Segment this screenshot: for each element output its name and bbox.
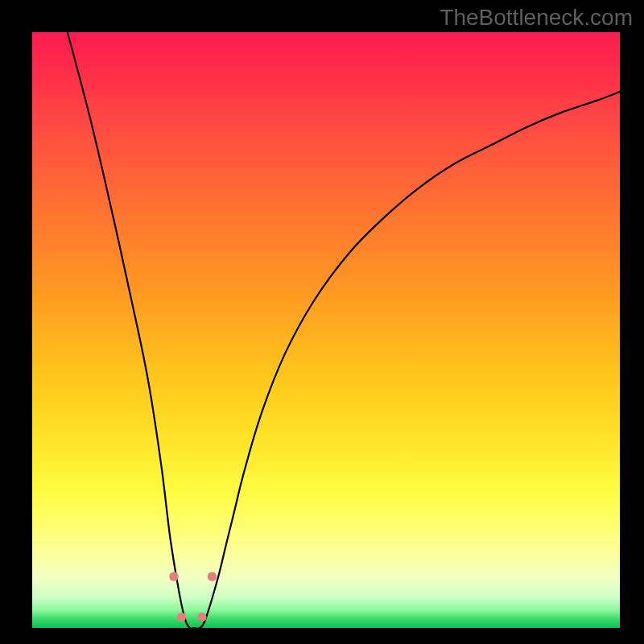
curve-marker [197, 613, 206, 621]
curve-marker [208, 572, 217, 581]
plot-area [32, 32, 620, 628]
curve-marker [177, 613, 186, 621]
bottleneck-curve [68, 32, 620, 628]
watermark-text: TheBottleneck.com [440, 5, 633, 31]
curve-marker [169, 572, 178, 581]
marker-layer [169, 572, 216, 621]
curve-layer [32, 32, 620, 628]
chart-figure: TheBottleneck.com [0, 0, 644, 644]
